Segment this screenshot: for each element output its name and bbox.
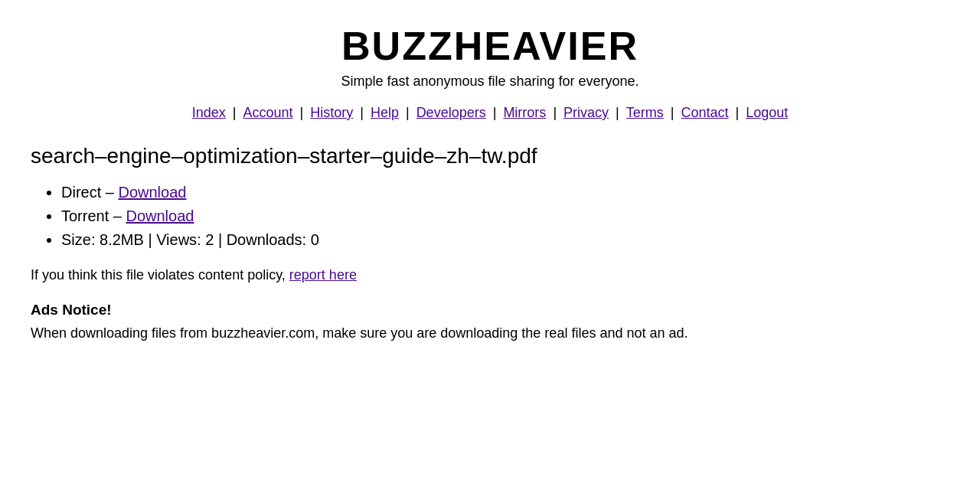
file-title: search–engine–optimization–starter–guide… — [31, 144, 949, 168]
report-text-before: If you think this file violates content … — [31, 267, 289, 283]
nav-sep-6: | — [553, 105, 560, 120]
nav-sep-2: | — [299, 105, 307, 120]
nav-logout[interactable]: Logout — [746, 105, 788, 120]
file-stats: Size: 8.2MB | Views: 2 | Downloads: 0 — [61, 231, 319, 248]
nav-privacy[interactable]: Privacy — [564, 105, 609, 120]
page-wrapper: BUZZHEAVIER Simple fast anonymous file s… — [0, 0, 980, 367]
nav-sep-4: | — [406, 105, 413, 120]
nav-sep-3: | — [360, 105, 368, 120]
site-header: BUZZHEAVIER Simple fast anonymous file s… — [15, 23, 965, 90]
direct-download-link[interactable]: Download — [118, 184, 186, 201]
nav-sep-9: | — [736, 105, 743, 120]
nav-history[interactable]: History — [310, 105, 353, 120]
nav-contact[interactable]: Contact — [681, 105, 729, 120]
nav-developers[interactable]: Developers — [416, 105, 486, 120]
content-area: search–engine–optimization–starter–guide… — [15, 144, 965, 344]
site-title: BUZZHEAVIER — [15, 23, 965, 69]
nav-account[interactable]: Account — [243, 105, 292, 120]
report-section: If you think this file violates content … — [31, 267, 949, 283]
torrent-download-link[interactable]: Download — [126, 207, 194, 224]
nav-terms[interactable]: Terms — [626, 105, 664, 120]
nav-sep-7: | — [616, 105, 623, 120]
nav-bar: Index | Account | History | Help | Devel… — [15, 105, 965, 121]
file-stats-item: Size: 8.2MB | Views: 2 | Downloads: 0 — [61, 231, 949, 249]
ads-notice-text: When downloading files from buzzheavier.… — [31, 323, 949, 344]
direct-download-item: Direct – Download — [61, 184, 949, 201]
ads-notice-title: Ads Notice! — [31, 302, 949, 318]
site-tagline: Simple fast anonymous file sharing for e… — [15, 74, 965, 90]
ads-notice: Ads Notice! When downloading files from … — [31, 302, 949, 344]
torrent-label: Torrent – — [61, 207, 126, 224]
nav-sep-8: | — [671, 105, 678, 120]
nav-mirrors[interactable]: Mirrors — [503, 105, 546, 120]
report-link[interactable]: report here — [289, 267, 357, 283]
nav-help[interactable]: Help — [371, 105, 399, 120]
nav-index[interactable]: Index — [192, 105, 226, 120]
file-info-list: Direct – Download Torrent – Download Siz… — [61, 184, 949, 249]
direct-label: Direct – — [61, 184, 118, 201]
nav-sep-5: | — [493, 105, 501, 120]
torrent-download-item: Torrent – Download — [61, 207, 949, 225]
nav-sep-1: | — [233, 105, 240, 120]
